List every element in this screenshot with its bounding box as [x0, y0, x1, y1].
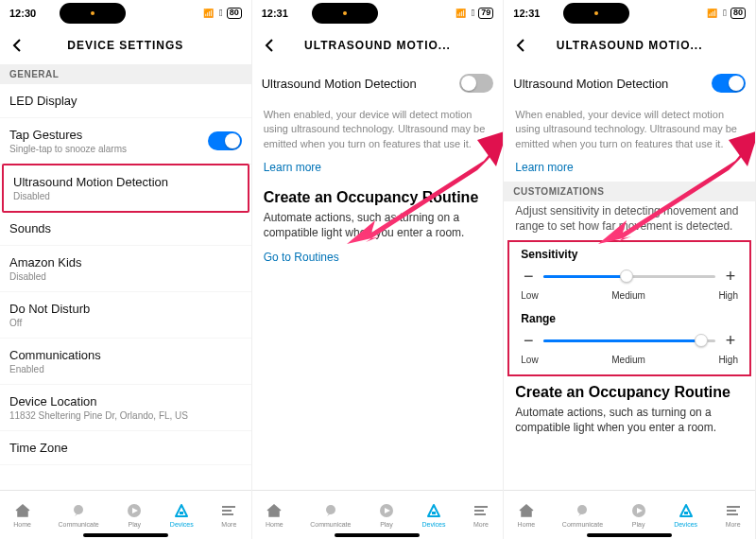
umd-toggle[interactable]	[712, 74, 746, 93]
home-indicator[interactable]	[587, 533, 672, 537]
status-icons: 􀙇80	[707, 8, 746, 19]
tab-devices[interactable]: Devices	[674, 502, 697, 528]
home-icon	[266, 502, 283, 519]
learn-more-link[interactable]: Learn more	[252, 157, 504, 182]
go-to-routines-link[interactable]: Go to Routines	[252, 247, 504, 271]
screen-ultrasound-on: 12:31 􀙇80 ULTRASOUND MOTIO... Ultrasound…	[504, 0, 756, 539]
svg-rect-2	[180, 512, 183, 514]
tap-gestures-toggle[interactable]	[208, 131, 242, 150]
home-icon	[14, 502, 31, 519]
header: ULTRASOUND MOTIO...	[504, 26, 755, 64]
devices-icon	[173, 502, 190, 519]
sensitivity-scale: LowMediumHigh	[509, 288, 749, 306]
plus-icon[interactable]: +	[723, 331, 738, 351]
tab-bar: Home Communicate Play Devices More	[504, 490, 755, 539]
home-indicator[interactable]	[335, 533, 420, 537]
play-icon	[378, 502, 395, 519]
page-title: DEVICE SETTINGS	[26, 39, 244, 52]
range-label: Range	[509, 306, 749, 327]
tab-communicate[interactable]: Communicate	[59, 502, 99, 528]
tab-more[interactable]: More	[220, 502, 237, 528]
tab-bar: Home Communicate Play Devices More	[0, 490, 251, 539]
play-icon	[630, 502, 647, 519]
play-icon	[126, 502, 143, 519]
content: Ultrasound Motion Detection When enabled…	[504, 64, 755, 490]
more-icon	[725, 502, 742, 519]
tab-devices[interactable]: Devices	[422, 502, 446, 528]
tab-more[interactable]: More	[725, 502, 742, 528]
settings-list[interactable]: GENERAL LED Display Tap GesturesSingle-t…	[0, 64, 251, 490]
status-icons: 􀙇80	[203, 8, 242, 19]
home-icon	[518, 502, 535, 519]
header: ULTRASOUND MOTIO...	[252, 26, 504, 64]
status-bar: 12:31 􀙇79	[252, 0, 504, 26]
learn-more-link[interactable]: Learn more	[504, 157, 755, 182]
tab-home[interactable]: Home	[518, 502, 536, 528]
highlight-sliders: Sensitivity − + LowMediumHigh Range − + …	[507, 240, 751, 376]
row-ultrasound[interactable]: Ultrasound Motion DetectionDisabled	[4, 165, 248, 211]
row-umd-toggle: Ultrasound Motion Detection	[504, 64, 755, 102]
dynamic-island	[563, 3, 629, 24]
tab-home[interactable]: Home	[13, 502, 31, 528]
status-time: 12:31	[513, 8, 540, 19]
row-led-display[interactable]: LED Display	[0, 84, 251, 118]
routine-title: Create an Occupancy Routine	[504, 376, 755, 403]
row-tap-gestures[interactable]: Tap GesturesSingle-tap to snooze alarms	[0, 118, 251, 165]
tab-play[interactable]: Play	[126, 502, 143, 528]
svg-rect-10	[432, 512, 436, 514]
row-dnd[interactable]: Do Not DisturbOff	[0, 292, 251, 339]
plus-icon[interactable]: +	[723, 267, 738, 287]
range-scale: LowMediumHigh	[509, 353, 749, 371]
tab-communicate[interactable]: Communicate	[562, 502, 603, 528]
back-button[interactable]	[260, 36, 279, 55]
chat-icon	[322, 502, 339, 519]
tab-communicate[interactable]: Communicate	[310, 502, 351, 528]
status-icons: 􀙇79	[455, 8, 494, 19]
tab-play[interactable]: Play	[630, 502, 647, 528]
minus-icon[interactable]: −	[521, 331, 536, 351]
row-time-zone[interactable]: Time Zone	[0, 431, 251, 465]
sensitivity-slider[interactable]: − +	[509, 263, 749, 288]
chat-icon	[574, 502, 591, 519]
svg-point-8	[326, 505, 335, 514]
dynamic-island	[60, 3, 126, 24]
tab-play[interactable]: Play	[378, 502, 395, 528]
more-icon	[472, 502, 490, 519]
devices-icon	[425, 502, 442, 519]
routine-title: Create an Occupancy Routine	[252, 182, 504, 208]
highlight-ultrasound: Ultrasound Motion DetectionDisabled	[2, 164, 249, 213]
content: Ultrasound Motion Detection When enabled…	[252, 64, 504, 490]
page-title: ULTRASOUND MOTIO...	[530, 39, 747, 52]
home-indicator[interactable]	[83, 533, 168, 537]
minus-icon[interactable]: −	[521, 267, 536, 287]
tab-more[interactable]: More	[472, 502, 490, 528]
devices-icon	[678, 502, 695, 519]
range-slider[interactable]: − +	[509, 327, 749, 353]
back-button[interactable]	[511, 36, 530, 55]
screen-ultrasound-off: 12:31 􀙇79 ULTRASOUND MOTIO... Ultrasound…	[252, 0, 505, 539]
back-button[interactable]	[8, 36, 26, 55]
screen-device-settings: 12:30 􀙇80 DEVICE SETTINGS GENERAL LED Di…	[0, 0, 252, 539]
row-amazon-kids[interactable]: Amazon KidsDisabled	[0, 246, 251, 292]
row-sounds[interactable]: Sounds	[0, 212, 251, 246]
section-general: GENERAL	[0, 64, 251, 84]
status-bar: 12:30 􀙇80	[0, 0, 251, 26]
more-icon	[220, 502, 237, 519]
section-customizations: CUSTOMIZATIONS	[504, 182, 755, 201]
page-title: ULTRASOUND MOTIO...	[279, 39, 496, 52]
customizations-body: Adjust sensitivity in detecting movement…	[504, 201, 755, 239]
tab-home[interactable]: Home	[266, 502, 284, 528]
svg-point-0	[74, 505, 83, 514]
row-device-location[interactable]: Device Location11832 Sheltering Pine Dr,…	[0, 385, 251, 431]
chat-icon	[70, 502, 87, 519]
tab-devices[interactable]: Devices	[170, 502, 194, 528]
status-time: 12:31	[262, 8, 288, 19]
row-communications[interactable]: CommunicationsEnabled	[0, 339, 251, 385]
tab-bar: Home Communicate Play Devices More	[252, 490, 504, 539]
routine-body: Automate actions, such as turning on a c…	[504, 403, 755, 441]
umd-toggle[interactable]	[459, 74, 493, 93]
status-time: 12:30	[9, 8, 36, 19]
umd-description: When enabled, your device will detect mo…	[252, 102, 504, 157]
sensitivity-label: Sensitivity	[509, 242, 749, 263]
routine-body: Automate actions, such as turning on a c…	[252, 208, 504, 246]
